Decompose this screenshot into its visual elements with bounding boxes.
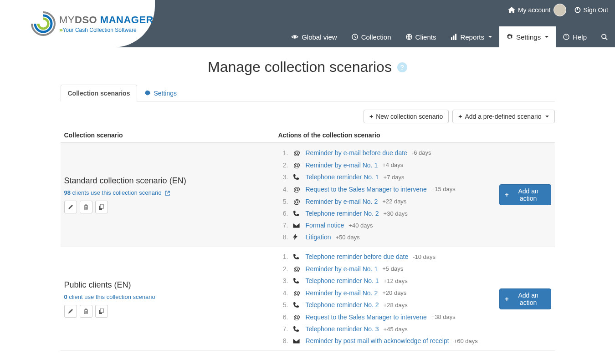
action-link[interactable]: Reminder by e-mail No. 2 (306, 198, 378, 205)
action-link[interactable]: Reminder by e-mail No. 1 (306, 162, 378, 169)
copy-icon (99, 204, 104, 210)
action-link[interactable]: Telephone reminder No. 2 (306, 210, 379, 217)
at-icon: @ (293, 265, 301, 273)
clients-using[interactable]: 0 client use this collection scenario (64, 293, 271, 300)
new-collection-scenario-button[interactable]: + New collection scenario (364, 110, 449, 123)
phone-icon (293, 253, 301, 260)
nav-settings[interactable]: Settings (499, 26, 556, 47)
scenarios-table: Collection scenario Actions of the colle… (61, 128, 555, 351)
action-item: 1. Telephone reminder before due date -1… (278, 251, 492, 263)
help-bubble-icon[interactable]: ? (397, 62, 407, 72)
step-number: 1. (278, 149, 288, 157)
action-item: 3. Telephone reminder No. 1 +7 days (278, 171, 492, 183)
step-number: 7. (278, 222, 288, 229)
logo-icon (23, 8, 59, 40)
edit-button[interactable] (64, 201, 77, 213)
action-item: 2. @ Reminder by e-mail No. 1 +5 days (278, 263, 492, 275)
svg-line-11 (605, 38, 607, 40)
pencil-icon (68, 308, 73, 314)
action-link[interactable]: Telephone reminder No. 1 (306, 277, 379, 284)
action-link[interactable]: Reminder by e-mail No. 2 (306, 289, 378, 297)
nav-global-view[interactable]: Global view (284, 26, 344, 47)
logo[interactable]: MYDSO MANAGER Your Cash Collection Softw… (0, 0, 155, 47)
step-number: 5. (278, 301, 288, 308)
action-days: +38 days (431, 313, 456, 320)
action-item: 6. Telephone reminder No. 2 +30 days (278, 207, 492, 219)
nav-collection[interactable]: Collection (344, 26, 399, 47)
action-link[interactable]: Reminder by post mail with acknowledge o… (306, 337, 449, 344)
clients-using[interactable]: 98 clients use this collection scenario (64, 189, 271, 196)
sign-out-link[interactable]: Sign Out (574, 6, 608, 14)
sign-out-label: Sign Out (584, 6, 608, 14)
action-days: +45 days (384, 326, 408, 333)
trash-icon (83, 204, 88, 210)
step-number: 3. (278, 277, 288, 284)
svg-text:?: ? (565, 35, 568, 39)
avatar (554, 4, 566, 16)
delete-button[interactable] (80, 201, 92, 213)
action-item: 1. @ Reminder by e-mail before due date … (278, 147, 492, 159)
action-link[interactable]: Formal notice (306, 222, 344, 229)
plus-icon: + (505, 191, 509, 198)
globe-icon (406, 34, 412, 40)
action-days: +40 days (348, 222, 373, 229)
add-predefined-scenario-button[interactable]: + Add a pre-defined scenario (452, 110, 554, 123)
edit-button[interactable] (64, 305, 77, 318)
my-account-link[interactable]: My account (508, 4, 566, 16)
envelope-icon (293, 339, 301, 344)
action-link[interactable]: Telephone reminder No. 2 (306, 301, 379, 308)
step-number: 7. (278, 325, 288, 333)
duplicate-button[interactable] (95, 305, 108, 318)
action-days: +22 days (382, 198, 406, 205)
action-days: +5 days (382, 265, 403, 272)
phone-icon (293, 326, 301, 332)
logo-tagline: Your Cash Collection Software (59, 27, 154, 33)
svg-rect-7 (455, 34, 456, 40)
action-days: -10 days (413, 253, 436, 260)
action-link[interactable]: Request to the Sales Manager to interven… (306, 186, 427, 193)
action-item: 2. @ Reminder by e-mail No. 1 +4 days (278, 159, 492, 171)
add-action-button[interactable]: + Add an action (499, 288, 551, 309)
svg-point-2 (294, 36, 296, 38)
action-item: 6. @ Request to the Sales Manager to int… (278, 311, 492, 323)
delete-button[interactable] (80, 305, 92, 318)
add-action-button[interactable]: + Add an action (499, 184, 551, 205)
tab-collection-scenarios[interactable]: Collection scenarios (61, 85, 138, 101)
help-icon: ? (563, 34, 569, 40)
tab-settings[interactable]: Settings (137, 85, 184, 101)
duplicate-button[interactable] (95, 201, 108, 213)
chevron-down-icon (545, 116, 549, 117)
action-link[interactable]: Telephone reminder before due date (306, 253, 409, 260)
step-number: 6. (278, 210, 288, 217)
action-days: +28 days (384, 302, 408, 308)
step-number: 4. (278, 186, 288, 193)
chevron-down-icon (545, 36, 548, 38)
nav-help[interactable]: ? Help (556, 26, 594, 47)
phone-icon (293, 302, 301, 308)
nav-reports[interactable]: Reports (443, 26, 499, 47)
toolbar: + New collection scenario + Add a pre-de… (61, 110, 555, 123)
action-link[interactable]: Telephone reminder No. 1 (306, 173, 379, 181)
phone-icon (293, 210, 301, 217)
action-link[interactable]: Litigation (306, 233, 331, 241)
nav-search[interactable] (594, 26, 615, 47)
envelope-icon (293, 223, 301, 228)
home-icon (508, 7, 515, 13)
bolt-icon (293, 234, 301, 240)
page-title: Manage collection scenarios ? (0, 59, 615, 76)
action-link[interactable]: Request to the Sales Manager to interven… (306, 313, 427, 321)
external-link-icon (165, 191, 170, 196)
action-link[interactable]: Reminder by e-mail before due date (306, 149, 407, 157)
plus-icon: + (505, 295, 509, 303)
action-link[interactable]: Reminder by e-mail No. 1 (306, 265, 378, 273)
svg-point-10 (602, 34, 606, 38)
svg-rect-5 (451, 37, 452, 40)
plus-icon: + (458, 113, 462, 120)
step-number: 2. (278, 162, 288, 169)
nav-clients[interactable]: Clients (399, 26, 444, 47)
action-link[interactable]: Telephone reminder No. 3 (306, 325, 379, 333)
action-item: 3. Telephone reminder No. 1 +12 days (278, 275, 492, 287)
power-icon (574, 7, 581, 13)
logo-text: MYDSO MANAGER (59, 14, 154, 26)
my-account-label: My account (518, 6, 551, 14)
